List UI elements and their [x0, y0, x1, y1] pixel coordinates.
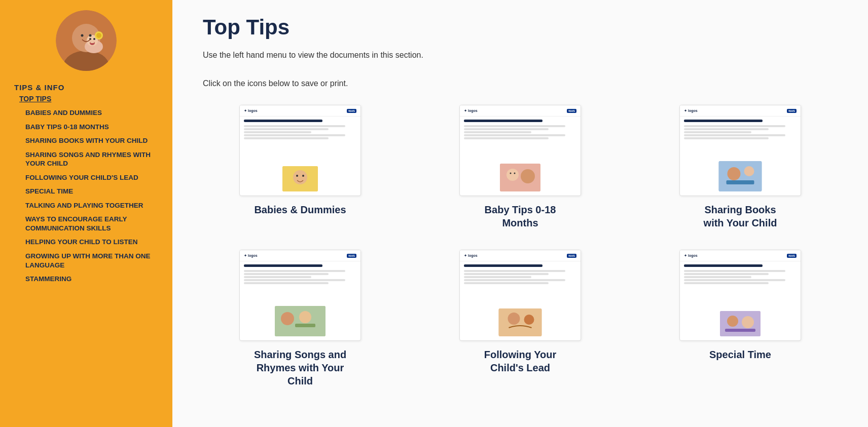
sidebar-item-helping-listen[interactable]: HELPING YOUR CHILD TO LISTEN [25, 235, 163, 249]
baby-tips-card[interactable]: ✦ logosNHSBaby Tips 0-18Months [423, 105, 618, 229]
sidebar-item-sharing-books[interactable]: SHARING BOOKS WITH YOUR CHILD [25, 134, 163, 148]
top-tips-link[interactable]: TOP TIPS [0, 94, 172, 106]
baby-tips-card-label: Baby Tips 0-18Months [485, 203, 556, 229]
sharing-books-card-label: Sharing Bookswith Your Child [704, 203, 777, 229]
svg-point-35 [742, 316, 754, 328]
svg-point-24 [744, 166, 754, 176]
following-lead-card[interactable]: ✦ logosNHSFollowing YourChild's Lead [423, 250, 618, 387]
special-time-card[interactable]: ✦ logosNHSSpecial Time [643, 250, 838, 387]
svg-point-20 [510, 173, 512, 174]
svg-point-16 [302, 175, 304, 177]
svg-point-27 [281, 312, 294, 325]
svg-point-8 [93, 38, 95, 40]
svg-rect-22 [719, 161, 762, 191]
svg-rect-25 [727, 180, 754, 184]
svg-point-18 [507, 169, 519, 181]
sidebar-item-special-time[interactable]: SPECIAL TIME [25, 184, 163, 199]
sidebar-item-talking-playing[interactable]: TALKING AND PLAYING TOGETHER [25, 199, 163, 213]
svg-rect-30 [499, 308, 542, 336]
sharing-songs-card[interactable]: ✦ logosNHSSharing Songs andRhymes with Y… [203, 250, 397, 387]
sharing-books-card[interactable]: ✦ logosNHSSharing Bookswith Your Child [643, 105, 838, 229]
babies-dummies-card[interactable]: ✦ logosNHSBabies & Dummies [203, 105, 397, 229]
svg-rect-33 [720, 311, 761, 336]
svg-point-32 [524, 315, 534, 325]
sidebar-item-growing-up[interactable]: GROWING UP WITH MORE THAN ONE LANGUAGE [25, 249, 163, 272]
svg-point-15 [296, 175, 298, 177]
svg-point-34 [727, 316, 738, 327]
page-description-2: Click on the icons below to save or prin… [203, 77, 838, 90]
svg-point-21 [514, 173, 516, 174]
sidebar-item-following-lead[interactable]: FOLLOWING YOUR CHILD'S LEAD [25, 171, 163, 185]
svg-rect-29 [295, 324, 315, 327]
svg-point-10 [89, 34, 92, 37]
svg-point-31 [508, 313, 520, 325]
svg-rect-36 [725, 329, 755, 332]
svg-point-14 [293, 170, 307, 184]
cards-grid: ✦ logosNHSBabies & Dummies✦ logosNHSBaby… [203, 105, 838, 387]
svg-point-28 [299, 311, 311, 323]
babies-dummies-card-label: Babies & Dummies [254, 203, 346, 216]
sidebar: TIPS & INFO TOP TIPS BABIES AND DUMMIESB… [0, 0, 172, 427]
sidebar-item-baby-tips[interactable]: BABY TIPS 0-18 MONTHS [25, 120, 163, 134]
svg-point-23 [728, 167, 741, 180]
svg-point-12 [96, 33, 101, 38]
sidebar-item-sharing-songs[interactable]: SHARING SONGS AND RHYMES WITH YOUR CHILD [25, 148, 163, 171]
svg-point-9 [81, 34, 84, 37]
sidebar-item-babies-dummies[interactable]: BABIES AND DUMMIES [25, 106, 163, 120]
sidebar-avatar [56, 10, 117, 71]
following-lead-card-label: Following YourChild's Lead [484, 348, 557, 374]
sidebar-section-label: TIPS & INFO [0, 80, 172, 94]
svg-point-6 [90, 41, 94, 43]
sidebar-item-stammering[interactable]: STAMMERING [25, 272, 163, 286]
sharing-songs-card-label: Sharing Songs andRhymes with YourChild [254, 348, 346, 387]
page-title: Top Tips [203, 15, 838, 40]
sidebar-item-ways-encourage[interactable]: WAYS TO ENCOURAGE EARLY COMMUNICATION SK… [25, 212, 163, 235]
page-description-1: Use the left hand menu to view the docum… [203, 49, 838, 62]
sidebar-menu: BABIES AND DUMMIESBABY TIPS 0-18 MONTHSS… [0, 106, 172, 286]
special-time-card-label: Special Time [709, 348, 771, 361]
main-content: Top Tips Use the left hand menu to view … [172, 0, 868, 427]
svg-point-19 [521, 169, 535, 183]
